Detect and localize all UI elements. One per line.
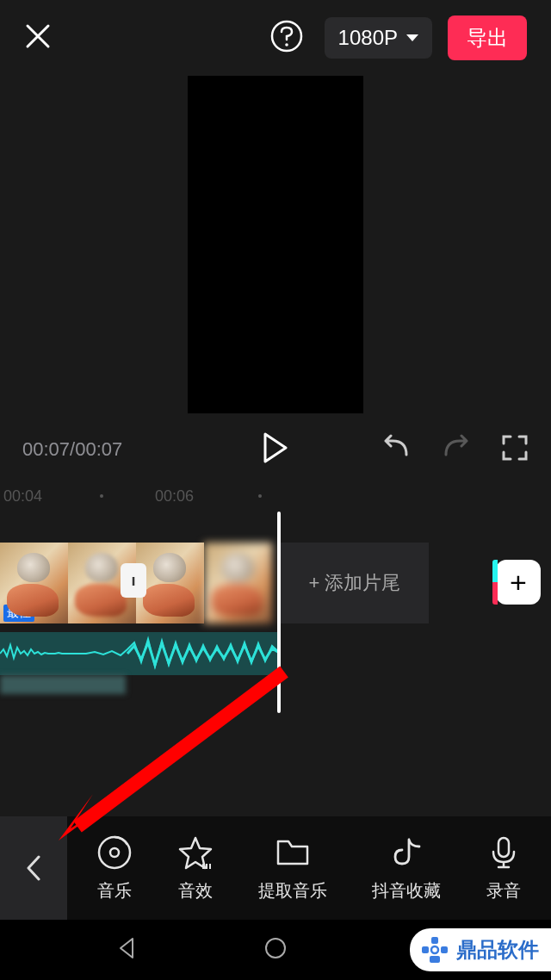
audio-toolbar: 音乐 音效 提取音乐 抖音收藏 录音 — [0, 816, 551, 920]
add-clip-button[interactable]: + — [496, 560, 541, 605]
svg-rect-8 — [422, 946, 429, 953]
star-effect-icon — [177, 834, 214, 871]
svg-point-5 — [266, 939, 285, 958]
ruler-label: 00:06 — [155, 487, 194, 506]
help-button[interactable] — [269, 19, 304, 57]
ruler-label: 00:04 — [3, 487, 42, 506]
microphone-icon — [486, 834, 522, 871]
video-clip[interactable]: 最佳 — [0, 543, 136, 623]
watermark: 鼎品软件 — [410, 928, 551, 971]
timeline[interactable]: 最佳 ı + 添加片尾 + — [0, 512, 551, 804]
audio-track[interactable] — [0, 632, 281, 675]
resolution-label: 1080P — [338, 26, 398, 50]
play-button[interactable] — [262, 432, 289, 467]
music-disc-icon — [96, 834, 133, 871]
folder-icon — [275, 834, 311, 871]
close-button[interactable] — [24, 22, 52, 53]
export-button[interactable]: 导出 — [448, 16, 527, 60]
audio-label — [0, 675, 126, 694]
resolution-select[interactable]: 1080P — [325, 17, 432, 59]
timeline-ruler[interactable]: 00:04 00:06 — [0, 481, 551, 512]
svg-rect-9 — [441, 946, 448, 953]
douyin-icon — [388, 834, 424, 871]
redo-button[interactable] — [441, 434, 472, 465]
extract-music-button[interactable]: 提取音乐 — [258, 834, 327, 902]
sound-effect-button[interactable]: 音效 — [177, 834, 214, 902]
svg-point-1 — [285, 43, 288, 47]
watermark-logo-icon — [420, 935, 449, 964]
svg-point-3 — [110, 848, 119, 857]
record-button[interactable]: 录音 — [486, 834, 522, 902]
time-display: 00:07/00:07 — [22, 438, 122, 461]
svg-rect-7 — [431, 937, 438, 944]
nav-back-button[interactable] — [114, 935, 139, 964]
douyin-favorites-button[interactable]: 抖音收藏 — [372, 834, 441, 902]
nav-home-button[interactable] — [263, 935, 288, 964]
preview-canvas[interactable] — [188, 76, 363, 413]
svg-point-10 — [431, 946, 438, 953]
tiktok-accent-icon — [492, 560, 498, 605]
playhead[interactable] — [277, 512, 281, 713]
toolbar-back-button[interactable] — [0, 816, 67, 920]
transition-button[interactable]: ı — [121, 563, 146, 598]
svg-rect-4 — [498, 838, 509, 857]
fullscreen-button[interactable] — [501, 434, 529, 465]
watermark-text: 鼎品软件 — [456, 936, 539, 964]
undo-button[interactable] — [381, 434, 412, 465]
chevron-down-icon — [406, 34, 418, 41]
preview-area — [0, 76, 551, 429]
music-button[interactable]: 音乐 — [96, 834, 133, 902]
video-clip[interactable] — [136, 543, 272, 623]
add-ending-button[interactable]: + 添加片尾 — [281, 543, 429, 623]
svg-rect-11 — [430, 956, 440, 963]
